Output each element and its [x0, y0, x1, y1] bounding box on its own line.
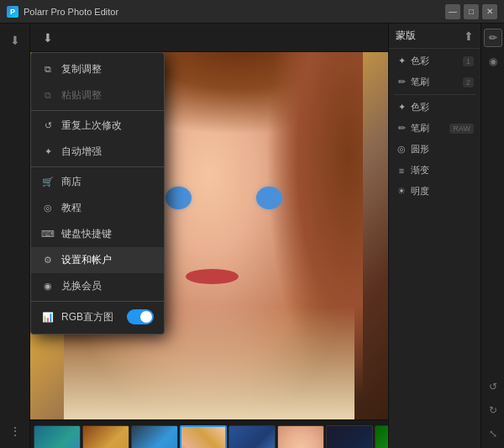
settings-item[interactable]: ⚙ 设置和帐户 — [31, 247, 164, 273]
settings-icon: ⚙ — [41, 254, 55, 267]
film-thumb-3[interactable] — [180, 425, 227, 449]
photo-lips — [186, 269, 238, 284]
right-side-icons: ✏ ◉ ↺ ↻ ⤡ — [480, 24, 504, 448]
photo-eyes — [165, 187, 281, 209]
maximize-button[interactable]: □ — [464, 4, 479, 19]
histogram-item[interactable]: 📊 RGB直方图 — [31, 303, 164, 330]
brush-tool-icon[interactable]: ✏ — [484, 29, 502, 47]
histogram-toggle[interactable] — [127, 309, 154, 324]
tool-circle[interactable]: ◎ 圆形 — [389, 139, 480, 160]
color-icon-2: ✦ — [396, 102, 407, 113]
tool-brightness[interactable]: ☀ 明度 — [389, 181, 480, 202]
title-bar: P Polarr Pro Photo Editor — □ ✕ — [0, 0, 504, 24]
filmstrip — [30, 419, 388, 448]
auto-enhance-item[interactable]: ✦ 自动增强 — [31, 139, 164, 165]
thumb-image-5 — [278, 426, 323, 449]
more-options-icon[interactable]: ⋮ — [3, 419, 27, 443]
paste-adjustments-label: 粘贴调整 — [61, 88, 102, 103]
menu-divider-3 — [31, 301, 164, 302]
film-thumb-6[interactable] — [326, 425, 373, 449]
thumb-image-7 — [375, 426, 388, 449]
resize-tool-icon[interactable]: ⤡ — [484, 424, 502, 443]
tool-divider-1 — [394, 94, 475, 95]
gradient-label: 渐变 — [411, 164, 474, 177]
shortcuts-item[interactable]: ⌨ 键盘快捷键 — [31, 221, 164, 247]
brush-icon-2: ✏ — [396, 123, 407, 134]
paste-icon: ⧉ — [41, 89, 55, 103]
film-thumb-1[interactable] — [82, 425, 129, 449]
shortcuts-label: 键盘快捷键 — [61, 227, 112, 241]
film-thumb-5[interactable] — [277, 425, 324, 449]
tool-brush-1[interactable]: ✏ 笔刷 2 — [389, 71, 480, 92]
brush-label-2: 笔刷 — [411, 122, 446, 134]
copy-adjustments-item[interactable]: ⧉ 复制调整 — [31, 56, 164, 82]
tool-list: ✦ 色彩 1 ✏ 笔刷 2 ✦ 色彩 ✏ 笔刷 RAW ◎ 圆形 — [389, 49, 480, 448]
thumb-image-2 — [132, 426, 177, 449]
auto-enhance-label: 自动增强 — [61, 145, 102, 159]
tutorials-icon: ◎ — [41, 202, 55, 215]
menu-divider-1 — [31, 110, 164, 111]
tool-color-2[interactable]: ✦ 色彩 — [389, 97, 480, 118]
brush-badge-1: 2 — [463, 77, 474, 87]
film-thumb-2[interactable] — [131, 425, 178, 449]
thumb-image-6 — [327, 426, 372, 449]
circle-label: 圆形 — [411, 143, 474, 155]
thumb-image-4 — [229, 426, 275, 449]
right-panel: 蒙版 ⬆ ✦ 色彩 1 ✏ 笔刷 2 ✦ 色彩 ✏ 笔刷 — [388, 24, 480, 448]
window-controls: — □ ✕ — [445, 4, 497, 19]
app-title: Polarr Pro Photo Editor — [24, 7, 118, 17]
redo-tool-icon[interactable]: ↻ — [484, 401, 502, 419]
center-area: ⬇ ⧉ 复制调整 — [30, 24, 388, 448]
raw-badge: RAW — [449, 124, 474, 134]
redo-last-label: 重复上次修改 — [61, 119, 122, 133]
membership-item[interactable]: ◉ 兑换会员 — [31, 273, 164, 299]
brightness-icon: ☀ — [396, 186, 407, 198]
store-item[interactable]: 🛒 商店 — [31, 169, 164, 195]
auto-enhance-icon: ✦ — [41, 145, 55, 159]
tutorials-item[interactable]: ◎ 教程 — [31, 195, 164, 221]
minimize-button[interactable]: — — [445, 4, 460, 19]
upload-icon[interactable]: ⬆ — [464, 29, 474, 43]
film-thumb-0[interactable] — [34, 425, 81, 449]
undo-tool-icon[interactable]: ↺ — [484, 377, 502, 396]
photo-eye-right — [256, 187, 281, 209]
app-icon: P — [7, 6, 18, 18]
right-header-title: 蒙版 — [396, 29, 416, 43]
redo-last-item[interactable]: ↺ 重复上次修改 — [31, 113, 164, 139]
thumb-image-0 — [34, 426, 80, 449]
top-bar-left: ⬇ — [37, 27, 59, 49]
open-file-icon[interactable]: ⬇ — [37, 27, 59, 49]
brush-icon-1: ✏ — [396, 76, 407, 88]
top-bar: ⬇ — [30, 24, 388, 52]
paste-adjustments-item[interactable]: ⧉ 粘贴调整 — [31, 82, 164, 108]
tool-color-1[interactable]: ✦ 色彩 1 — [389, 50, 480, 71]
copy-icon: ⧉ — [41, 63, 55, 76]
color-label-2: 色彩 — [411, 101, 474, 113]
circle-icon: ◎ — [396, 144, 407, 155]
copy-adjustments-label: 复制调整 — [61, 62, 102, 76]
color-label-1: 色彩 — [411, 55, 459, 67]
thumb-image-3 — [181, 427, 225, 449]
left-panel: ⬇ ⋮ — [0, 24, 30, 448]
histogram-label: RGB直方图 — [61, 310, 113, 324]
membership-label: 兑换会员 — [61, 279, 102, 293]
close-button[interactable]: ✕ — [482, 4, 497, 19]
film-thumb-7[interactable] — [375, 425, 388, 449]
keyboard-icon: ⌨ — [41, 228, 55, 241]
brush-label-1: 笔刷 — [411, 76, 459, 88]
download-icon[interactable]: ⬇ — [3, 29, 27, 52]
membership-icon: ◉ — [41, 280, 55, 293]
thumb-image-1 — [83, 426, 129, 449]
gradient-icon: ≡ — [396, 165, 407, 177]
tool-brush-2[interactable]: ✏ 笔刷 RAW — [389, 118, 480, 139]
tool-gradient[interactable]: ≡ 渐变 — [389, 160, 480, 181]
eye-tool-icon[interactable]: ◉ — [484, 52, 502, 71]
photo-canvas[interactable]: ⧉ 复制调整 ⧉ 粘贴调整 ↺ 重复上次修改 ✦ 自动增强 — [30, 52, 388, 419]
redo-icon: ↺ — [41, 119, 55, 133]
histogram-label-group: 📊 RGB直方图 — [41, 310, 113, 324]
context-menu: ⧉ 复制调整 ⧉ 粘贴调整 ↺ 重复上次修改 ✦ 自动增强 — [30, 52, 165, 335]
film-thumb-4[interactable] — [228, 425, 276, 449]
right-panel-header: 蒙版 ⬆ — [389, 24, 480, 49]
app-body: ⬇ ⋮ ⬇ — [0, 24, 504, 448]
color-icon-1: ✦ — [396, 55, 407, 67]
